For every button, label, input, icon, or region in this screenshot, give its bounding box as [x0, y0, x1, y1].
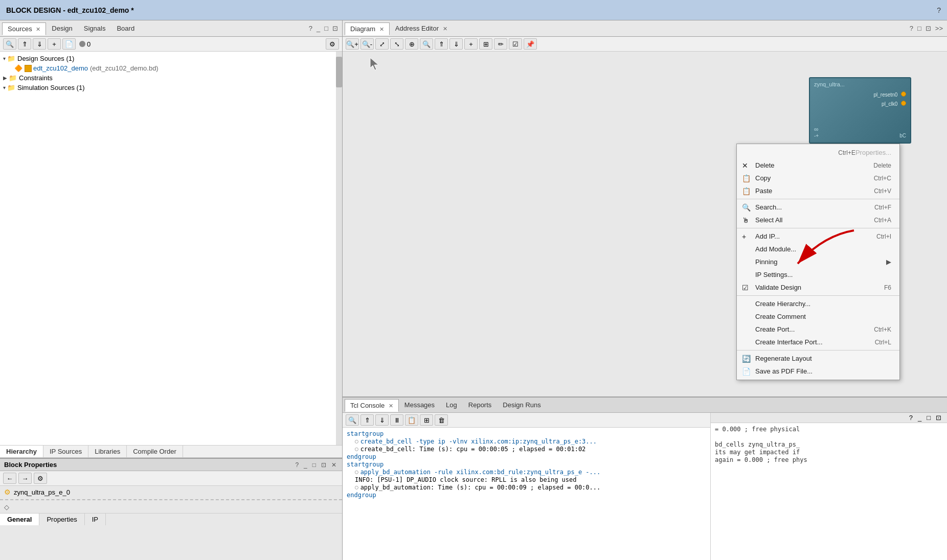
tree-item-edt[interactable]: 🔶 edt_zcu102_demo (edt_zcu102_demo.bd) — [0, 63, 342, 73]
tab-tcl-close[interactable]: ✕ — [389, 403, 393, 409]
sources-pop-icon[interactable]: ⊡ — [332, 25, 338, 32]
ctx-item-create-port[interactable]: Create Port... Ctrl+K — [737, 323, 899, 336]
sub-tab-libraries[interactable]: Libraries — [88, 446, 127, 457]
tab-sources[interactable]: Sources ✕ — [2, 22, 46, 35]
scrollbar[interactable] — [336, 52, 342, 445]
zoom-in-btn[interactable]: 🔍+ — [346, 38, 359, 50]
sources-min-icon[interactable]: _ — [317, 25, 320, 32]
tab-reports[interactable]: Reports — [463, 399, 498, 411]
props-tab-properties[interactable]: Properties — [39, 514, 84, 525]
diagram-tab-bar: Diagram ✕ Address Editor ✕ ? □ ⊡ >> — [343, 20, 947, 37]
file-button[interactable]: 📄 — [62, 38, 76, 50]
props-back-btn[interactable]: ← — [3, 473, 16, 484]
diagram-edit-btn[interactable]: ✏ — [494, 38, 507, 50]
tcl-pause-btn[interactable]: ⏸ — [390, 414, 403, 426]
props-min-btn[interactable]: _ — [302, 461, 309, 469]
props-close-btn[interactable]: ✕ — [330, 461, 338, 469]
ctx-item-add-ip[interactable]: + Add IP... Ctrl+I — [737, 230, 899, 243]
tcl-copy-btn[interactable]: 📋 — [405, 414, 418, 426]
tab-tcl-console[interactable]: Tcl Console ✕ — [345, 399, 399, 412]
diagram-check-btn[interactable]: ☑ — [509, 38, 522, 50]
right-console-max[interactable]: □ — [925, 414, 932, 422]
ctx-item-pinning[interactable]: Pinning ▶ — [737, 255, 899, 268]
diagram-more-icon[interactable]: >> — [935, 25, 943, 32]
ctx-item-copy[interactable]: 📋 Copy Ctrl+C — [737, 172, 899, 184]
tree-item-design-sources[interactable]: ▾ 📁 Design Sources (1) — [0, 54, 342, 63]
ctx-item-create-hierarchy[interactable]: Create Hierarchy... — [737, 297, 899, 310]
zoom-out-btn[interactable]: 🔍- — [360, 38, 374, 50]
diagram-max-icon[interactable]: □ — [917, 25, 921, 32]
tree-item-constraints[interactable]: ▶ 📁 Constraints — [0, 73, 342, 83]
tab-diagram-close[interactable]: ✕ — [379, 26, 384, 32]
add-ip-icon: + — [742, 232, 746, 241]
ctx-item-search[interactable]: 🔍 Search... Ctrl+F — [737, 201, 899, 214]
tcl-delete-btn[interactable]: 🗑 — [435, 414, 448, 426]
sub-tab-compile-order[interactable]: Compile Order — [127, 446, 183, 457]
help-icon[interactable]: ? — [937, 6, 941, 14]
ctx-item-add-module[interactable]: Add Module... — [737, 243, 899, 255]
diagram-collapse-btn[interactable]: ⇓ — [449, 38, 463, 50]
tab-log[interactable]: Log — [440, 399, 463, 411]
console-line-2: ○ create_bd_cell -type ip -vlnv xilinx.c… — [347, 438, 706, 445]
ctx-item-ip-settings[interactable]: IP Settings... — [737, 268, 899, 281]
tab-messages[interactable]: Messages — [399, 399, 440, 411]
find-btn[interactable]: 🔍 — [420, 38, 433, 50]
ctx-item-validate-design[interactable]: ☑ Validate Design F6 — [737, 281, 899, 294]
right-console-line-3: bd_cells zynq_ultra_ps_ — [715, 441, 943, 448]
add-button[interactable]: + — [48, 38, 61, 50]
sources-help-icon[interactable]: ? — [309, 25, 312, 32]
tcl-collapse-btn[interactable]: ⇓ — [375, 414, 389, 426]
tab-diagram[interactable]: Diagram ✕ — [345, 22, 390, 35]
tab-sources-close[interactable]: ✕ — [36, 26, 40, 32]
search-button[interactable]: 🔍 — [3, 38, 16, 50]
diagram-expand-btn[interactable]: ⇑ — [435, 38, 448, 50]
ctx-item-delete[interactable]: ✕ Delete Delete — [737, 159, 899, 172]
tab-design-runs[interactable]: Design Runs — [497, 399, 546, 411]
ctx-label-regenerate: Regenerate Layout — [755, 355, 812, 362]
right-console-help[interactable]: ? — [908, 414, 914, 422]
ctx-label-paste: Paste — [755, 187, 772, 195]
ctx-item-save-pdf[interactable]: 📄 Save as PDF File... — [737, 365, 899, 378]
tab-address-editor[interactable]: Address Editor ✕ — [390, 22, 453, 35]
expand-button[interactable]: ⇑ — [18, 38, 31, 50]
tree-item-sim-sources[interactable]: ▾ 📁 Simulation Sources (1) — [0, 83, 342, 92]
collapse-button[interactable]: ⇓ — [33, 38, 46, 50]
ip-block[interactable]: zynq_ultra... pl_resetn0 pl_clk0 ∞ — [809, 77, 911, 144]
diagram-help-icon[interactable]: ? — [910, 25, 913, 32]
tcl-grid-btn[interactable]: ⊞ — [420, 414, 433, 426]
right-console-min[interactable]: _ — [916, 414, 923, 422]
diagram-pop-icon[interactable]: ⊡ — [926, 25, 931, 32]
props-fwd-btn[interactable]: → — [18, 473, 32, 484]
tcl-expand-btn[interactable]: ⇑ — [360, 414, 374, 426]
ctx-item-create-interface-port[interactable]: Create Interface Port... Ctrl+L — [737, 336, 899, 348]
ctx-item-select-all[interactable]: 🖱 Select All Ctrl+A — [737, 214, 899, 226]
sub-tab-ip-sources[interactable]: IP Sources — [43, 446, 88, 457]
ctx-shortcut-create-port: Ctrl+K — [874, 326, 891, 333]
right-console-pop[interactable]: ⊡ — [934, 414, 943, 422]
sources-max-icon[interactable]: □ — [324, 25, 328, 32]
props-pop-btn[interactable]: ⊡ — [320, 461, 328, 469]
ctx-item-regenerate[interactable]: 🔄 Regenerate Layout — [737, 352, 899, 365]
diagram-pin-btn[interactable]: 📌 — [524, 38, 537, 50]
tab-address-close[interactable]: ✕ — [443, 26, 447, 32]
ctx-item-properties[interactable]: Ctrl+E Properties... — [737, 146, 899, 159]
props-help-btn[interactable]: ? — [294, 461, 300, 469]
add-port-btn[interactable]: ⊕ — [405, 38, 418, 50]
props-gear-btn[interactable]: ⚙ — [34, 473, 47, 484]
right-console-text-4: its may get impacted if — [715, 449, 800, 456]
gear-button[interactable]: ⚙ — [326, 38, 339, 50]
select-area-btn[interactable]: ⤡ — [390, 38, 403, 50]
props-tab-ip[interactable]: IP — [85, 514, 106, 525]
tcl-search-btn[interactable]: 🔍 — [346, 414, 359, 426]
fit-btn[interactable]: ⤢ — [375, 38, 389, 50]
tab-design[interactable]: Design — [46, 22, 78, 35]
props-tab-general[interactable]: General — [0, 514, 39, 525]
diagram-add-btn[interactable]: + — [464, 38, 478, 50]
diagram-grid-btn[interactable]: ⊞ — [479, 38, 492, 50]
tab-signals[interactable]: Signals — [78, 22, 111, 35]
sub-tab-hierarchy[interactable]: Hierarchy — [0, 446, 43, 457]
props-max-btn[interactable]: □ — [311, 461, 318, 469]
ctx-item-create-comment[interactable]: Create Comment — [737, 310, 899, 323]
tab-board[interactable]: Board — [111, 22, 140, 35]
ctx-item-paste[interactable]: 📋 Paste Ctrl+V — [737, 184, 899, 197]
